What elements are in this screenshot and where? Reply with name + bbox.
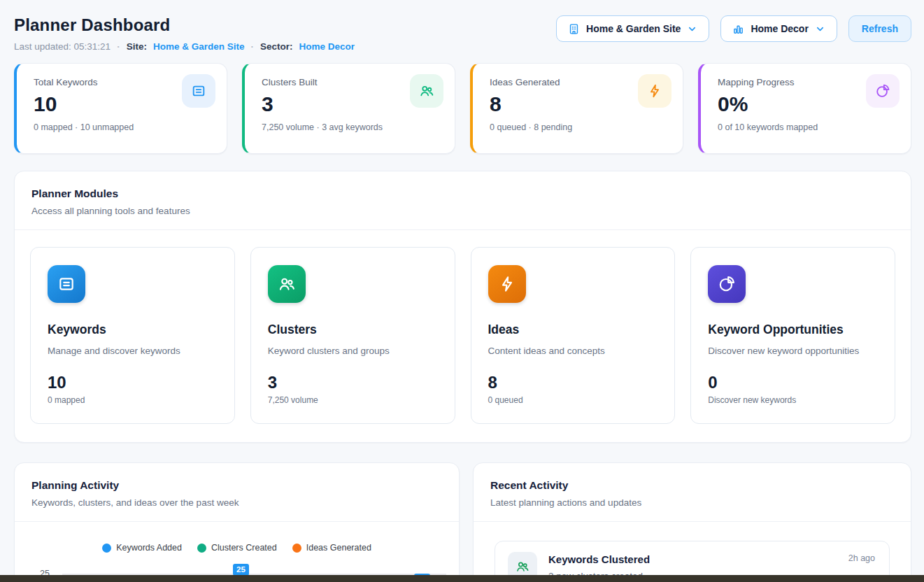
- page-title: Planner Dashboard: [14, 15, 355, 35]
- stat-card-mapping-progress: Mapping Progress 0% 0 of 10 keywords map…: [698, 63, 911, 154]
- last-updated-text: Last updated: 05:31:21: [14, 41, 111, 52]
- module-value: 8: [488, 373, 658, 392]
- module-card-keyword-opportunities[interactable]: Keyword Opportunities Discover new keywo…: [690, 247, 895, 424]
- stat-card-ideas-generated: Ideas Generated 8 0 queued · 8 pending: [470, 63, 683, 154]
- pie-chart-icon: [875, 83, 890, 99]
- bar-chart-icon: [732, 23, 744, 35]
- planning-activity-panel: Planning Activity Keywords, clusters, an…: [14, 462, 460, 582]
- stat-subtext: 7,250 volume · 3 avg keywords: [262, 122, 441, 132]
- module-icon-box: [488, 265, 526, 303]
- stat-card-total-keywords: Total Keywords 10 0 mapped · 10 unmapped: [14, 63, 227, 154]
- users-icon: [278, 275, 296, 293]
- planning-activity-header: Planning Activity Keywords, clusters, an…: [15, 463, 459, 522]
- users-icon: [419, 83, 434, 99]
- module-subtext: 0 queued: [488, 395, 658, 405]
- module-icon-box: [48, 265, 85, 303]
- module-description: Keyword clusters and groups: [268, 346, 438, 356]
- legend-dot: [102, 544, 111, 553]
- stat-card-clusters-built: Clusters Built 3 7,250 volume · 3 avg ke…: [242, 63, 455, 154]
- module-subtext: 0 mapped: [48, 395, 218, 405]
- module-card-clusters[interactable]: Clusters Keyword clusters and groups 3 7…: [250, 247, 455, 424]
- module-icon-box: [708, 265, 746, 303]
- sector-label: Sector:: [260, 41, 293, 52]
- bottom-row: Planning Activity Keywords, clusters, an…: [14, 462, 911, 582]
- section-subtitle: Latest planning actions and updates: [490, 497, 894, 508]
- legend-item-keywords-added[interactable]: Keywords Added: [102, 543, 182, 553]
- module-title: Ideas: [488, 322, 658, 337]
- legend-label: Ideas Generated: [306, 543, 371, 553]
- module-description: Content ideas and concepts: [488, 346, 658, 356]
- legend-label: Keywords Added: [116, 543, 182, 553]
- module-description: Discover new keyword opportunities: [708, 346, 878, 356]
- recent-activity-list: Keywords Clustered 3 new clusters create…: [474, 522, 911, 582]
- site-selector-value: Home & Garden Site: [586, 23, 681, 34]
- section-subtitle: Keywords, clusters, and ideas over the p…: [31, 497, 442, 508]
- meta-separator: ·: [250, 41, 254, 52]
- stat-subtext: 0 of 10 keywords mapped: [718, 122, 897, 132]
- module-icon-box: [268, 265, 306, 303]
- lightning-icon: [647, 83, 662, 99]
- header-toolbar: Home & Garden Site Home Decor Refresh: [556, 15, 911, 42]
- site-selector-dropdown[interactable]: Home & Garden Site: [556, 15, 709, 42]
- sector-selector-dropdown[interactable]: Home Decor: [720, 15, 837, 42]
- data-point-label-25: 25: [233, 564, 249, 576]
- stats-row: Total Keywords 10 0 mapped · 10 unmapped…: [14, 63, 911, 154]
- pie-chart-icon: [718, 275, 736, 293]
- module-card-keywords[interactable]: Keywords Manage and discover keywords 10…: [30, 247, 235, 424]
- module-title: Keywords: [48, 322, 218, 337]
- stat-icon-box: [866, 74, 900, 108]
- section-subtitle: Access all planning tools and features: [31, 206, 894, 216]
- module-description: Manage and discover keywords: [48, 346, 218, 356]
- building-icon: [568, 23, 580, 35]
- activity-item-title: Keywords Clustered: [548, 553, 650, 565]
- page-header: Planner Dashboard Last updated: 05:31:21…: [14, 15, 911, 52]
- planning-activity-chart: Keywords Added Clusters Created Ideas Ge…: [15, 522, 459, 582]
- module-subtext: Discover new keywords: [708, 395, 878, 405]
- module-value: 10: [48, 373, 218, 392]
- section-title: Recent Activity: [490, 479, 894, 492]
- module-value: 3: [268, 373, 438, 392]
- document-icon: [57, 275, 76, 293]
- planner-dashboard-page: Planner Dashboard Last updated: 05:31:21…: [0, 0, 924, 582]
- recent-activity-header: Recent Activity Latest planning actions …: [474, 463, 911, 522]
- chart-legend: Keywords Added Clusters Created Ideas Ge…: [29, 543, 445, 553]
- stat-icon-box: [182, 74, 215, 108]
- stat-icon-box: [638, 74, 671, 108]
- header-left: Planner Dashboard Last updated: 05:31:21…: [14, 15, 355, 52]
- legend-item-ideas-generated[interactable]: Ideas Generated: [292, 543, 371, 553]
- meta-separator: ·: [117, 41, 120, 52]
- chevron-down-icon: [687, 24, 697, 34]
- document-icon: [191, 83, 206, 99]
- bottom-edge-bar: [0, 575, 924, 582]
- header-meta: Last updated: 05:31:21 · Site: Home & Ga…: [14, 41, 355, 52]
- refresh-button[interactable]: Refresh: [848, 15, 911, 42]
- planner-modules-panel: Planner Modules Access all planning tool…: [14, 171, 911, 443]
- legend-label: Clusters Created: [211, 543, 277, 553]
- module-card-ideas[interactable]: Ideas Content ideas and concepts 8 0 que…: [471, 247, 676, 424]
- module-value: 0: [708, 373, 878, 392]
- users-icon: [516, 560, 529, 574]
- activity-item-timestamp: 2h ago: [848, 553, 875, 563]
- legend-dot: [292, 544, 301, 553]
- module-subtext: 7,250 volume: [268, 395, 438, 405]
- stat-icon-box: [410, 74, 443, 108]
- stat-subtext: 0 mapped · 10 unmapped: [34, 122, 213, 132]
- sector-link[interactable]: Home Decor: [299, 41, 355, 52]
- recent-activity-panel: Recent Activity Latest planning actions …: [473, 462, 911, 582]
- legend-item-clusters-created[interactable]: Clusters Created: [197, 543, 277, 553]
- lightning-icon: [498, 275, 516, 293]
- sector-selector-value: Home Decor: [751, 23, 808, 34]
- site-link[interactable]: Home & Garden Site: [153, 41, 245, 52]
- legend-dot: [197, 544, 206, 553]
- site-label: Site:: [127, 41, 147, 52]
- module-title: Keyword Opportunities: [708, 322, 878, 337]
- stat-subtext: 0 queued · 8 pending: [490, 122, 669, 132]
- module-title: Clusters: [268, 322, 438, 337]
- section-title: Planner Modules: [31, 187, 894, 200]
- section-title: Planning Activity: [31, 479, 442, 492]
- modules-grid: Keywords Manage and discover keywords 10…: [15, 230, 911, 442]
- planner-modules-header: Planner Modules Access all planning tool…: [15, 171, 911, 230]
- chevron-down-icon: [815, 24, 825, 34]
